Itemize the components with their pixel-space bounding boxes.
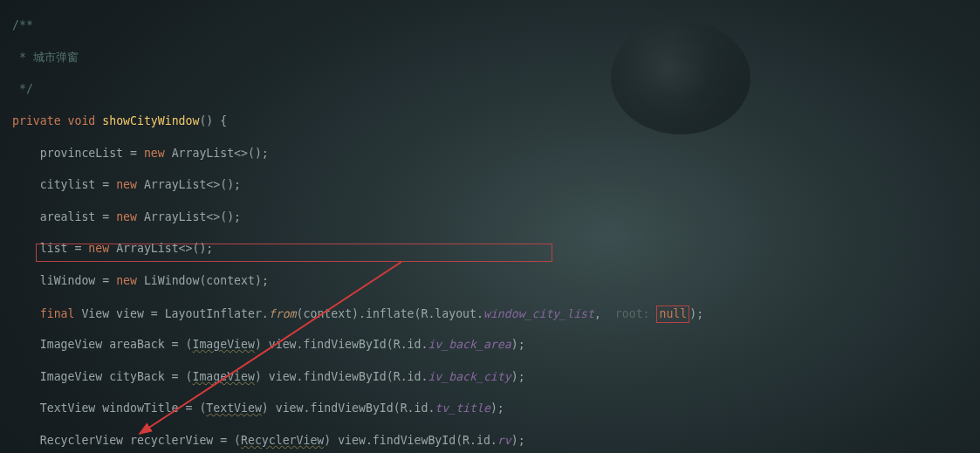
code-line: ImageView areaBack = (ImageView) view.fi… — [12, 337, 977, 353]
code-line: list = new ArrayList<>(); — [12, 241, 977, 257]
code-line: private void showCityWindow() { — [12, 113, 977, 129]
code-line: liWindow = new LiWindow(context); — [12, 273, 977, 289]
code-line: provinceList = new ArrayList<>(); — [12, 146, 977, 161]
code-editor[interactable]: /** * 城市弹窗 */ private void showCityWindo… — [0, 0, 980, 453]
code-line: citylist = new ArrayList<>(); — [12, 177, 977, 193]
code-line: final View view = LayoutInflater.from(co… — [12, 305, 977, 321]
code-line: RecyclerView recyclerView = (RecyclerVie… — [12, 433, 977, 449]
code-line: ImageView cityBack = (ImageView) view.fi… — [12, 369, 977, 385]
code-line: */ — [12, 81, 977, 97]
code-line: * 城市弹窗 — [12, 50, 977, 65]
code-line: TextView windowTitle = (TextView) view.f… — [12, 401, 977, 416]
code-line: arealist = new ArrayList<>(); — [12, 209, 977, 225]
code-line: /** — [12, 17, 977, 33]
